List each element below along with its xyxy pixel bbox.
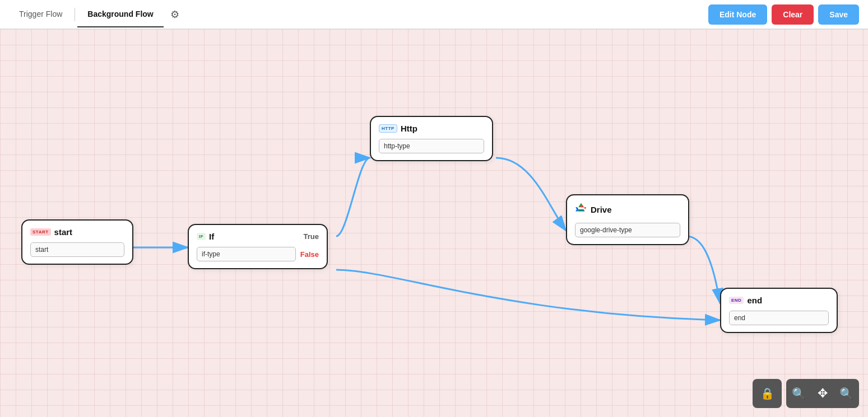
end-node[interactable]: END end (720, 288, 838, 333)
tab-background-flow[interactable]: Background Flow (77, 2, 163, 27)
settings-button[interactable]: ⚙ (170, 8, 179, 21)
zoom-in-button[interactable]: 🔍 (839, 387, 853, 400)
move-icon: ✥ (818, 386, 828, 400)
lock-button[interactable]: 🔒 (753, 379, 782, 408)
drive-icon (575, 202, 587, 217)
clear-button[interactable]: Clear (772, 4, 814, 25)
if-false-label: False (300, 250, 319, 259)
if-node[interactable]: IF If True False (188, 224, 328, 269)
edit-node-button[interactable]: Edit Node (708, 4, 767, 25)
end-badge: END (729, 297, 744, 304)
tab-trigger-flow[interactable]: Trigger Flow (9, 2, 72, 27)
http-node[interactable]: HTTP Http (370, 116, 493, 161)
pan-button[interactable]: ✥ (818, 386, 828, 401)
zoom-in-icon: 🔍 (839, 387, 853, 400)
save-button[interactable]: Save (818, 4, 859, 25)
http-input[interactable] (379, 139, 484, 153)
bottom-controls: 🔒 🔍 ✥ 🔍 (753, 379, 859, 408)
drive-input[interactable] (575, 223, 680, 237)
if-badge: IF (197, 233, 206, 240)
drive-node[interactable]: Drive (566, 194, 689, 245)
end-title: end (747, 296, 762, 305)
flow-canvas: START start IF If True False HTTP Http (0, 29, 868, 417)
if-input[interactable] (197, 247, 296, 261)
zoom-out-button[interactable]: 🔍 (792, 387, 806, 400)
http-title: Http (401, 124, 417, 133)
start-badge: START (30, 228, 51, 236)
drive-title: Drive (591, 205, 612, 214)
tab-divider (75, 8, 75, 21)
if-true-label: True (304, 232, 319, 241)
end-input[interactable] (729, 311, 829, 325)
if-title: If (209, 232, 214, 241)
start-title: start (54, 227, 73, 237)
lock-icon: 🔒 (760, 387, 774, 400)
start-node[interactable]: START start (21, 219, 133, 265)
zoom-out-icon: 🔍 (792, 387, 806, 400)
start-input[interactable] (30, 242, 124, 257)
http-badge: HTTP (379, 124, 397, 133)
zoom-controls: 🔍 ✥ 🔍 (786, 379, 859, 408)
